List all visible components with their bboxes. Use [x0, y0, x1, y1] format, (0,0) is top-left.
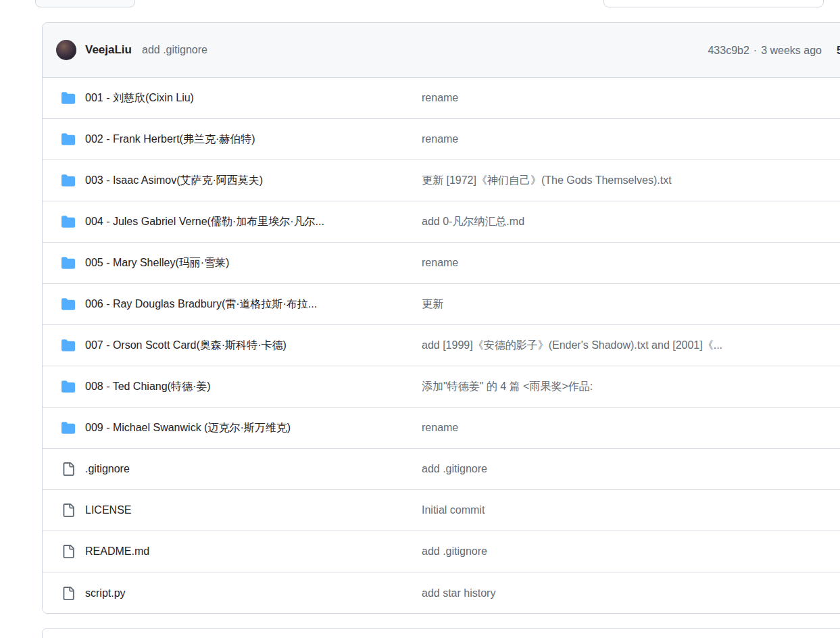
commit-time-link[interactable]: 3 weeks ago [761, 45, 822, 57]
file-icon [61, 504, 75, 517]
repository-page: VeejaLiu add .gitignore 433c9b2 · 3 week… [0, 0, 840, 638]
file-icon [61, 462, 75, 476]
folder-icon [61, 256, 75, 270]
folder-icon [61, 215, 75, 228]
row-commit-message-link[interactable]: add .gitignore [422, 545, 840, 558]
meta-separator: · [753, 45, 757, 57]
file-name-link[interactable]: 003 - Isaac Asimov(艾萨克·阿西莫夫) [85, 174, 422, 188]
folder-icon [61, 421, 75, 435]
folder-icon [61, 91, 75, 105]
file-name-link[interactable]: 008 - Ted Chiang(特德·姜) [85, 380, 422, 394]
file-row: 009 - Michael Swanwick (迈克尔·斯万维克)rename [43, 408, 840, 449]
file-name-link[interactable]: LICENSE [85, 504, 422, 516]
file-row: .gitignoreadd .gitignore [43, 449, 840, 490]
file-name-link[interactable]: 006 - Ray Douglas Bradbury(雷·道格拉斯·布拉... [85, 297, 422, 312]
row-commit-message-link[interactable]: 更新 [422, 297, 840, 312]
row-commit-message-link[interactable]: rename [422, 422, 840, 434]
file-row: 004 - Jules Gabriel Verne(儒勒·加布里埃尔·凡尔...… [43, 201, 840, 243]
file-name-link[interactable]: 004 - Jules Gabriel Verne(儒勒·加布里埃尔·凡尔... [85, 215, 422, 229]
row-commit-message-link[interactable]: add 0-凡尔纳汇总.md [422, 215, 840, 229]
file-row: LICENSEInitial commit [43, 490, 840, 531]
file-row: 007 - Orson Scott Card(奥森·斯科特·卡德)add [19… [43, 325, 840, 366]
row-commit-message-link[interactable]: rename [422, 257, 840, 269]
file-row: script.pyadd star history [43, 572, 840, 614]
avatar[interactable] [56, 40, 76, 60]
commit-sha-link[interactable]: 433c9b2 [708, 45, 749, 57]
commit-author-link[interactable]: VeejaLiu [85, 43, 132, 57]
file-name-link[interactable]: 002 - Frank Herbert(弗兰克·赫伯特) [85, 132, 422, 147]
folder-icon [61, 174, 75, 187]
row-commit-message-link[interactable]: rename [422, 133, 840, 145]
commit-meta: 433c9b2 · 3 weeks ago [708, 23, 822, 78]
latest-commit-header: VeejaLiu add .gitignore 433c9b2 · 3 week… [43, 23, 840, 78]
file-name-link[interactable]: README.md [85, 545, 422, 558]
folder-icon [61, 339, 75, 352]
file-row: 003 - Isaac Asimov(艾萨克·阿西莫夫)更新 [1972]《神们… [43, 160, 840, 201]
folder-icon [61, 380, 75, 393]
folder-icon [61, 297, 75, 311]
file-icon [61, 587, 75, 600]
row-commit-message-link[interactable]: add .gitignore [422, 463, 840, 475]
row-commit-message-link[interactable]: add [1999]《安德的影子》(Ender's Shadow).txt an… [422, 339, 840, 353]
row-commit-message-link[interactable]: 添加"特德姜" 的 4 篇 <雨果奖>作品: [422, 380, 840, 394]
file-name-link[interactable]: 009 - Michael Swanwick (迈克尔·斯万维克) [85, 421, 422, 435]
folder-icon [61, 132, 75, 146]
row-commit-message-link[interactable]: 更新 [1972]《神们自己》(The Gods Themselves).txt [422, 174, 840, 188]
commits-count-partial[interactable]: 5 [837, 23, 840, 78]
file-row: 006 - Ray Douglas Bradbury(雷·道格拉斯·布拉...更… [43, 284, 840, 325]
file-row: 001 - 刘慈欣(Cixin Liu)rename [43, 78, 840, 119]
row-commit-message-link[interactable]: rename [422, 92, 840, 104]
file-name-link[interactable]: 001 - 刘慈欣(Cixin Liu) [85, 91, 422, 105]
file-row: README.mdadd .gitignore [43, 531, 840, 572]
file-rows: 001 - 刘慈欣(Cixin Liu)rename002 - Frank He… [43, 78, 840, 614]
row-commit-message-link[interactable]: add star history [422, 587, 840, 599]
readme-card-partial [42, 628, 840, 638]
branch-selector-partial[interactable] [35, 0, 135, 7]
file-icon [61, 545, 75, 558]
go-to-file-input-partial[interactable] [603, 0, 824, 7]
row-commit-message-link[interactable]: Initial commit [422, 504, 840, 516]
file-name-link[interactable]: .gitignore [85, 463, 422, 475]
file-row: 005 - Mary Shelley(玛丽·雪莱)rename [43, 243, 840, 284]
commit-message-link[interactable]: add .gitignore [142, 44, 207, 56]
file-row: 002 - Frank Herbert(弗兰克·赫伯特)rename [43, 119, 840, 160]
file-name-link[interactable]: 005 - Mary Shelley(玛丽·雪莱) [85, 256, 422, 270]
file-name-link[interactable]: script.py [85, 587, 422, 599]
file-row: 008 - Ted Chiang(特德·姜)添加"特德姜" 的 4 篇 <雨果奖… [43, 366, 840, 408]
file-name-link[interactable]: 007 - Orson Scott Card(奥森·斯科特·卡德) [85, 339, 422, 353]
file-list-card: VeejaLiu add .gitignore 433c9b2 · 3 week… [42, 22, 840, 614]
